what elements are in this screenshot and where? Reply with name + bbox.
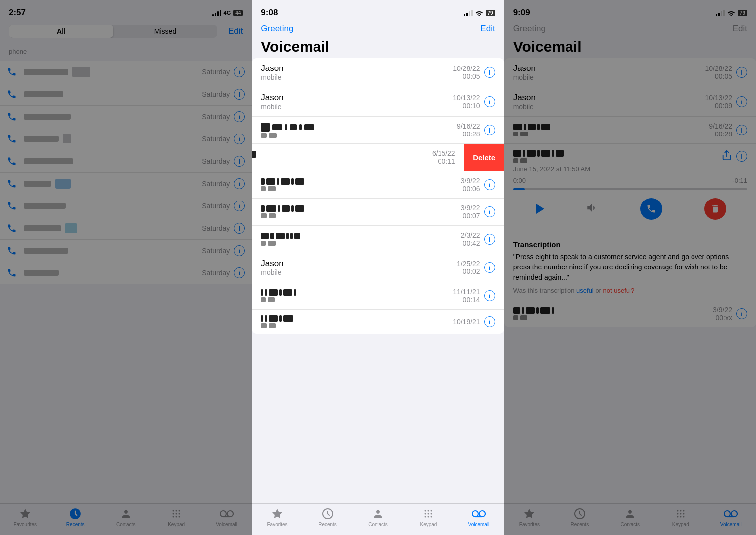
info-icon[interactable]: i <box>736 96 747 107</box>
list-item[interactable]: Saturday i <box>0 150 252 173</box>
vm-info <box>261 123 457 138</box>
tab-contacts[interactable]: Contacts <box>101 507 151 527</box>
play-button[interactable] <box>534 204 544 214</box>
tab-recents[interactable]: Recents <box>50 507 100 527</box>
list-item[interactable]: Saturday i <box>0 195 252 217</box>
info-icon-expanded[interactable]: i <box>736 151 747 162</box>
list-item[interactable]: Saturday i <box>0 262 252 284</box>
tab-recents[interactable]: Recents <box>555 507 605 527</box>
list-item[interactable]: Jason mobile 10/28/22 00:05 i <box>504 58 756 87</box>
list-item[interactable]: 9/16/22 00:28 i <box>504 117 756 144</box>
info-icon[interactable]: i <box>234 178 245 189</box>
list-item[interactable]: Saturday i <box>0 240 252 262</box>
tab-favorites[interactable]: Favourites <box>0 507 50 527</box>
info-icon[interactable]: i <box>484 316 495 327</box>
list-item[interactable]: 11/11/21 00:14 i <box>252 282 504 310</box>
info-icon[interactable]: i <box>736 67 747 78</box>
list-item[interactable]: 10/19/21 i <box>252 310 504 334</box>
info-icon[interactable]: i <box>234 111 245 122</box>
tab-recents[interactable]: Recents <box>303 507 353 527</box>
info-icon[interactable]: i <box>484 179 495 190</box>
tab-label-keypad: Keypad <box>168 522 185 527</box>
blurred-sub-row <box>513 132 709 136</box>
edit-button-p2[interactable]: Edit <box>480 24 495 34</box>
info-icon[interactable]: i <box>484 96 495 107</box>
list-item[interactable]: 3/9/22 00:07 i <box>252 199 504 226</box>
list-item[interactable]: Saturday i <box>0 61 252 83</box>
list-item[interactable]: Jason mobile 10/28/22 00:05 i <box>252 58 504 87</box>
contacts-icon <box>119 507 133 521</box>
expanded-vm-row[interactable]: i June 15, 2022 at 11:50 AM 0:00 -0:11 <box>504 144 756 230</box>
list-item[interactable]: 2/3/22 00:42 i <box>252 226 504 253</box>
seg-all[interactable]: All <box>9 25 113 38</box>
info-icon[interactable]: i <box>484 290 495 301</box>
tab-voicemail[interactable]: Voicemail <box>201 507 252 527</box>
tab-keypad[interactable]: Keypad <box>655 507 705 527</box>
tab-voicemail[interactable]: Voicemail <box>706 507 756 527</box>
tab-keypad[interactable]: Keypad <box>403 507 453 527</box>
svg-point-1 <box>173 510 174 512</box>
tab-favorites[interactable]: Favorites <box>504 507 555 527</box>
info-icon[interactable]: i <box>484 206 495 217</box>
info-icon[interactable]: i <box>234 156 245 167</box>
voicemail-icon <box>724 507 738 521</box>
info-icon[interactable]: i <box>234 134 245 144</box>
vm-duration: 00:14 <box>453 296 480 304</box>
list-item[interactable]: Saturday i <box>0 173 252 195</box>
list-item[interactable]: 3/9/22 00:xx i <box>504 300 756 327</box>
blurred-sub-row <box>261 241 460 246</box>
list-item[interactable]: 3/9/22 00:06 i <box>252 171 504 199</box>
list-item[interactable]: Saturday i <box>0 128 252 150</box>
list-item[interactable]: Saturday i <box>0 83 252 106</box>
info-icon[interactable]: i <box>234 201 245 211</box>
edit-button-p1[interactable]: Edit <box>228 26 243 36</box>
swipe-row[interactable]: 6/15/22 00:11 Delete <box>252 144 504 171</box>
list-item[interactable]: 9/16/22 00:28 i <box>252 117 504 144</box>
tab-voicemail[interactable]: Voicemail <box>453 507 504 527</box>
status-icons-p3: 79 <box>716 10 747 16</box>
tab-favorites[interactable]: Favorites <box>252 507 302 527</box>
info-icon[interactable]: i <box>234 245 245 256</box>
tab-contacts[interactable]: Contacts <box>605 507 655 527</box>
info-icon[interactable]: i <box>484 262 495 273</box>
seg-missed[interactable]: Missed <box>113 25 217 38</box>
svg-point-34 <box>677 516 678 518</box>
vm-date-col: 3/9/22 00:xx <box>713 306 732 322</box>
info-icon[interactable]: i <box>234 89 245 100</box>
callback-button[interactable] <box>640 198 662 220</box>
page-title-p3: Voicemail <box>504 36 756 58</box>
list-item[interactable]: Saturday i <box>0 106 252 128</box>
list-item[interactable]: Jason mobile 10/13/22 00:09 i <box>504 87 756 117</box>
info-icon[interactable]: i <box>234 223 245 234</box>
info-icon[interactable]: i <box>484 234 495 245</box>
not-useful-link[interactable]: not useful? <box>603 287 635 294</box>
list-item[interactable]: Jason mobile 10/13/22 00:10 i <box>252 87 504 117</box>
speaker-button[interactable] <box>586 201 599 216</box>
delete-button-detail[interactable] <box>704 198 726 220</box>
vm-info: Jason mobile <box>261 93 453 111</box>
vm-date-col: 10/13/22 00:09 <box>705 94 732 110</box>
status-icons-p2: 79 <box>464 10 495 16</box>
swipe-row-content: 6/15/22 00:11 <box>252 144 464 171</box>
segment-control[interactable]: All Missed <box>9 25 217 38</box>
voicemail-list: Jason mobile 10/28/22 00:05 i Jason mobi… <box>252 58 504 503</box>
info-icon[interactable]: i <box>484 125 495 135</box>
tab-keypad[interactable]: Keypad <box>151 507 201 527</box>
share-icon[interactable] <box>721 150 732 163</box>
list-item[interactable]: Jason mobile 1/25/22 00:02 i <box>252 253 504 282</box>
info-icon[interactable]: i <box>736 308 747 319</box>
useful-link[interactable]: useful <box>576 287 594 294</box>
list-item[interactable]: Saturday i <box>0 217 252 240</box>
greeting-button-p2[interactable]: Greeting <box>261 24 293 34</box>
info-icon[interactable]: i <box>234 67 245 77</box>
info-icon[interactable]: i <box>736 125 747 135</box>
feedback-prefix: Was this transcription <box>513 287 576 294</box>
voicemail-list-section: Jason mobile 10/28/22 00:05 i Jason mobi… <box>252 58 504 334</box>
tab-label-voicemail: Voicemail <box>468 522 490 527</box>
info-icon[interactable]: i <box>484 67 495 78</box>
blurred-name-row <box>261 178 460 185</box>
delete-button-swipe[interactable]: Delete <box>464 144 504 171</box>
info-icon[interactable]: i <box>234 268 245 278</box>
tab-contacts[interactable]: Contacts <box>353 507 403 527</box>
recent-date: Saturday <box>202 180 230 188</box>
